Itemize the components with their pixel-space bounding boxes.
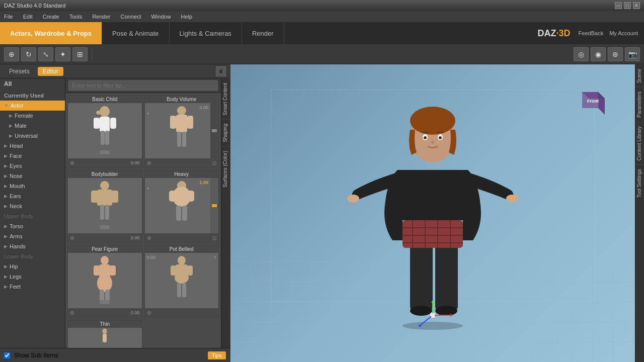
menu-create[interactable]: Create (41, 13, 61, 21)
tree-nav: All Currently Used ▼ Actor ▶ Female ▶ Ma… (0, 78, 65, 348)
tab-pose[interactable]: Pose & Animate (102, 22, 170, 44)
surfaces-tab[interactable]: Surfaces (Color) (221, 146, 230, 192)
pot-bellied-value: 0.00 (147, 255, 156, 260)
menu-window[interactable]: Window (149, 13, 173, 21)
tree-item-eyes[interactable]: ▶ Eyes (0, 161, 65, 171)
morph-body-volume[interactable]: Body Volume (144, 95, 219, 168)
tree-item-ears[interactable]: ▶ Ears (0, 191, 65, 201)
bottom-bar: Show Sub Items Tips (0, 348, 230, 362)
morph-bodybuilder-value: 0.00 (131, 235, 140, 240)
grid-area: Basic Child (65, 78, 221, 348)
svg-point-39 (103, 328, 107, 334)
morph-body-volume-settings-icon[interactable]: ⚙ (147, 160, 151, 166)
render-button[interactable]: ◎ (574, 47, 589, 61)
morph-bodybuilder-settings-icon[interactable]: ⚙ (70, 235, 74, 241)
select-tool-button[interactable]: ⊞ (72, 47, 88, 61)
morph-pear-handle[interactable] (100, 300, 110, 304)
tree-item-universal[interactable]: ▶ Universal (0, 131, 65, 141)
tool-settings-tab[interactable]: Tool Settings (635, 164, 644, 202)
close-button[interactable]: ✕ (633, 2, 640, 9)
camera-cube[interactable]: Front (580, 89, 605, 115)
show-sub-items-checkbox[interactable] (4, 352, 10, 358)
body-volume-slider[interactable] (210, 103, 218, 158)
maximize-button[interactable]: □ (624, 2, 631, 9)
svg-rect-27 (94, 265, 100, 276)
tree-item-face[interactable]: ▶ Face (0, 151, 65, 161)
filter-bar (65, 78, 221, 93)
tree-item-legs[interactable]: ▶ Legs (0, 272, 65, 282)
tree-item-female[interactable]: ▶ Female (0, 111, 65, 121)
menubar: File Edit Create Tools Render Connect Wi… (0, 11, 644, 22)
universal-tool-button[interactable]: ✦ (55, 47, 70, 61)
rotate-tool-button[interactable]: ↻ (21, 47, 36, 61)
heavy-slider-handle[interactable] (212, 204, 217, 207)
morph-basic-child[interactable]: Basic Child (67, 95, 142, 168)
camera-button[interactable]: 📷 (625, 47, 640, 61)
morph-pear-settings-icon[interactable]: ⚙ (70, 310, 74, 316)
tree-item-mouth[interactable]: ▶ Mouth (0, 181, 65, 191)
morph-pot-bellied[interactable]: Pot Bellied + (144, 245, 219, 318)
menu-tools[interactable]: Tools (67, 13, 85, 21)
shaping-tab[interactable]: Shaping (221, 119, 230, 146)
account-link[interactable]: My Account (609, 30, 638, 36)
heavy-plus[interactable]: + (147, 186, 149, 191)
pot-bellied-plus[interactable]: + (214, 255, 216, 260)
menu-help[interactable]: Help (179, 13, 195, 21)
tips-button[interactable]: Tips (208, 351, 226, 359)
tab-lights[interactable]: Lights & Cameras (170, 22, 242, 44)
scene-tab[interactable]: Scene (635, 64, 644, 87)
minimize-button[interactable]: ─ (615, 2, 622, 9)
tree-item-head[interactable]: ▶ Head (0, 141, 65, 151)
tab-actors[interactable]: Actors, Wardrobe & Props (0, 22, 102, 44)
svg-rect-37 (177, 283, 181, 297)
morph-body-volume-lock-icon: ⊡ (212, 160, 216, 166)
morph-thin[interactable]: Thin (67, 320, 142, 348)
tree-item-neck[interactable]: ▶ Neck (0, 201, 65, 211)
svg-line-73 (420, 315, 433, 325)
morph-pot-bellied-thumb: + 0.00 (145, 253, 219, 308)
presets-tab[interactable]: Presets (4, 67, 35, 76)
morph-pot-bellied-settings-icon[interactable]: ⚙ (147, 310, 151, 316)
window-controls[interactable]: ─ □ ✕ (615, 2, 640, 9)
feedback-link[interactable]: FeedBack (579, 30, 604, 36)
menu-file[interactable]: File (2, 13, 15, 21)
translate-tool-button[interactable]: ⊕ (4, 47, 19, 61)
parameters-tab[interactable]: Parameters (635, 87, 644, 122)
morph-heavy-settings-icon[interactable]: ⚙ (147, 235, 151, 241)
tree-item-feet[interactable]: ▶ Feet (0, 282, 65, 292)
tree-item-male[interactable]: ▶ Male (0, 121, 65, 131)
tree-item-torso[interactable]: ▶ Torso (0, 221, 65, 231)
heavy-slider[interactable] (210, 178, 218, 233)
tree-item-actor[interactable]: ▼ Actor (0, 101, 65, 111)
menu-render[interactable]: Render (90, 13, 112, 21)
svg-rect-40 (103, 334, 107, 342)
morph-pear-figure[interactable]: Pear Figure (67, 245, 142, 318)
tree-item-nose[interactable]: ▶ Nose (0, 171, 65, 181)
menu-edit[interactable]: Edit (21, 13, 35, 21)
tree-item-hands[interactable]: ▶ Hands (0, 241, 65, 251)
body-volume-slider-handle[interactable] (212, 129, 217, 132)
morph-bodybuilder-handle[interactable] (100, 225, 110, 229)
preview-button[interactable]: ◉ (591, 47, 606, 61)
morph-bodybuilder[interactable]: Bodybuilder (67, 170, 142, 243)
tab-render[interactable]: Render (242, 22, 284, 44)
content-library-tab[interactable]: Content Library (635, 122, 644, 164)
panel-options-icon[interactable]: ≡ (216, 66, 226, 76)
menu-connect[interactable]: Connect (119, 13, 143, 21)
morph-basic-child-handle[interactable] (100, 150, 110, 154)
tree-item-arms[interactable]: ▶ Arms (0, 231, 65, 241)
body-volume-plus[interactable]: + (147, 111, 149, 116)
morph-basic-child-settings-icon[interactable]: ⚙ (70, 160, 74, 166)
scale-tool-button[interactable]: ⤡ (38, 47, 53, 61)
morph-thin-thumb (68, 328, 142, 348)
smart-content-tab[interactable]: Smart Content (221, 78, 230, 119)
titlebar: DAZ Studio 4.0 Standard ─ □ ✕ (0, 0, 644, 11)
iray-button[interactable]: ⊛ (608, 47, 623, 61)
morph-heavy[interactable]: Heavy (144, 170, 219, 243)
viewport[interactable]: Front (230, 64, 635, 362)
filter-input[interactable] (68, 80, 218, 90)
tree-item-hip[interactable]: ▶ Hip (0, 261, 65, 272)
editor-tab[interactable]: Editor (38, 67, 63, 76)
tree-item-all[interactable]: All (0, 78, 65, 89)
svg-rect-22 (187, 191, 194, 202)
